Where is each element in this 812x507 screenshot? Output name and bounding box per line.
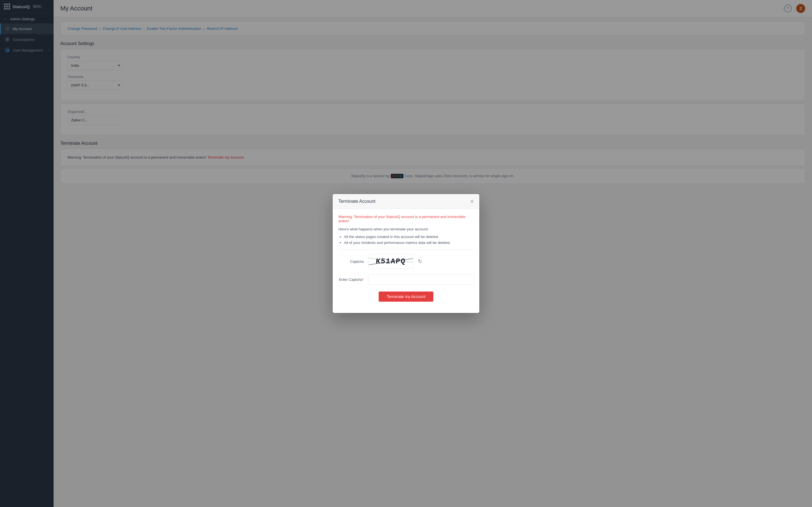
modal-warning-text: Warning: Termination of your StatusIQ ac…: [338, 215, 474, 223]
modal-body: Warning: Termination of your StatusIQ ac…: [333, 209, 479, 313]
modal-divider: [338, 249, 474, 249]
modal-footer: Terminate my Account: [338, 291, 474, 307]
modal-close-button[interactable]: ×: [470, 199, 474, 204]
modal-title: Terminate Account: [338, 199, 375, 204]
captcha-input[interactable]: [368, 274, 474, 285]
captcha-row: Captcha K51APQ ↻: [338, 254, 474, 269]
modal-header: Terminate Account ×: [333, 194, 479, 209]
captcha-label: Captcha: [338, 260, 364, 264]
modal-bullet-2: All of your incidents and performance me…: [344, 240, 474, 245]
required-star: *: [362, 277, 364, 282]
terminate-modal: Terminate Account × Warning: Termination…: [333, 194, 479, 313]
terminate-my-account-button[interactable]: Terminate my Account: [378, 291, 434, 302]
modal-bullet-list: All the status pages created in this acc…: [338, 235, 474, 245]
modal-overlay[interactable]: Terminate Account × Warning: Termination…: [0, 0, 812, 507]
enter-captcha-label: Enter Captcha*: [338, 277, 364, 282]
captcha-text: K51APQ: [375, 257, 406, 266]
modal-description: Here's what happens when you terminate y…: [338, 227, 474, 231]
enter-captcha-row: Enter Captcha*: [338, 274, 474, 285]
refresh-icon[interactable]: ↻: [418, 258, 422, 265]
modal-bullet-1: All the status pages created in this acc…: [344, 235, 474, 239]
captcha-image: K51APQ: [368, 254, 413, 269]
